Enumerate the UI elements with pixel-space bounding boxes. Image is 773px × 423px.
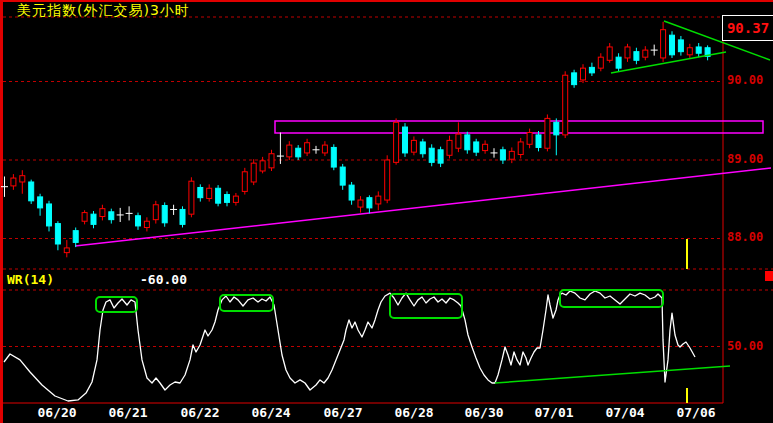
down-candle-body xyxy=(73,231,78,243)
down-candle-body xyxy=(500,150,505,160)
down-candle-body xyxy=(438,150,443,163)
price-axis-label-88: 88.00 xyxy=(727,231,763,243)
last-price-badge: 90.37 xyxy=(722,15,773,41)
down-candle-body xyxy=(554,122,559,135)
down-candle-body xyxy=(198,187,203,197)
date-axis-label: 06/20 xyxy=(37,406,76,419)
up-candle-body xyxy=(207,188,212,198)
wr-trendline[interactable] xyxy=(495,366,730,383)
up-candle-body xyxy=(687,48,692,55)
down-candle-body xyxy=(296,148,301,157)
down-candle-body xyxy=(109,212,114,220)
down-candle-body xyxy=(340,167,345,185)
up-candle-body xyxy=(581,68,586,80)
date-axis-label: 06/22 xyxy=(180,406,219,419)
date-axis-label: 07/06 xyxy=(676,406,715,419)
up-candle-body xyxy=(447,140,452,155)
up-candle-body xyxy=(100,209,105,217)
down-candle-body xyxy=(696,47,701,53)
up-candle-body xyxy=(411,140,416,152)
up-candle-body xyxy=(322,145,327,153)
up-candle-body xyxy=(20,176,25,182)
chart-title: 美元指数(外汇交易)3小时 xyxy=(17,3,190,17)
up-candle-body xyxy=(376,196,381,204)
down-candle-body xyxy=(420,142,425,154)
up-candle-body xyxy=(189,181,194,214)
down-candle-body xyxy=(403,127,408,153)
red-corner-marker xyxy=(765,271,773,281)
down-candle-body xyxy=(589,67,594,72)
up-candle-body xyxy=(385,160,390,200)
up-candle-body xyxy=(643,50,648,57)
up-candle-body xyxy=(358,200,363,207)
up-candle-body xyxy=(509,151,514,159)
date-axis-label: 06/28 xyxy=(394,406,433,419)
up-candle-body xyxy=(305,143,310,153)
down-candle-body xyxy=(536,135,541,148)
down-candle-body xyxy=(670,35,675,55)
wr-peak-highlight-box[interactable] xyxy=(390,294,462,318)
up-candle-body xyxy=(518,142,523,155)
down-candle-body xyxy=(634,52,639,61)
date-axis-label: 06/21 xyxy=(108,406,147,419)
up-candle-body xyxy=(233,196,238,202)
wr-peak-highlight-box[interactable] xyxy=(220,295,273,311)
down-candle-body xyxy=(180,209,185,224)
up-candle-body xyxy=(527,133,532,145)
down-candle-body xyxy=(465,135,470,150)
down-candle-body xyxy=(47,204,52,226)
trading-chart-window: 美元指数(外汇交易)3小时 90.00 89.00 88.00 90.37 WR… xyxy=(0,0,773,423)
date-axis-label: 07/01 xyxy=(534,406,573,419)
up-candle-body xyxy=(545,118,550,148)
up-candle-body xyxy=(11,178,16,186)
down-candle-body xyxy=(162,206,167,223)
down-candle-body xyxy=(474,142,479,152)
date-axis-label: 07/04 xyxy=(605,406,644,419)
up-candle-body xyxy=(483,144,488,150)
down-candle-body xyxy=(678,40,683,52)
up-candle-body xyxy=(625,47,630,58)
up-candle-body xyxy=(394,122,399,162)
up-candle-body xyxy=(456,134,461,148)
date-axis-label: 06/24 xyxy=(251,406,290,419)
up-candle-body xyxy=(242,172,247,192)
up-candle-body xyxy=(598,57,603,68)
up-candle-body xyxy=(144,221,149,227)
price-axis-label-89: 89.00 xyxy=(727,153,763,165)
wr-axis-label: 50.00 xyxy=(727,340,763,352)
up-candle-body xyxy=(64,248,69,253)
down-candle-body xyxy=(216,188,221,203)
indicator-current-value: -60.00 xyxy=(140,273,187,286)
up-candle-body xyxy=(661,30,666,58)
down-candle-body xyxy=(349,185,354,200)
up-candle-body xyxy=(607,47,612,60)
date-axis-label: 06/27 xyxy=(323,406,362,419)
up-candle-body xyxy=(563,75,568,135)
resistance-box[interactable] xyxy=(275,121,763,133)
down-candle-body xyxy=(38,197,43,208)
up-candle-body xyxy=(82,213,87,222)
left-border xyxy=(0,0,3,423)
down-candle-body xyxy=(91,214,96,224)
down-candle-body xyxy=(136,216,141,226)
wr-peak-highlight-box[interactable] xyxy=(560,290,663,307)
up-candle-body xyxy=(251,163,256,182)
down-candle-body xyxy=(55,224,60,244)
up-candle-body xyxy=(287,145,292,157)
down-candle-body xyxy=(331,147,336,167)
down-candle-body xyxy=(572,73,577,85)
down-candle-body xyxy=(29,182,34,201)
down-candle-body xyxy=(616,57,621,68)
price-axis-label-90: 90.00 xyxy=(727,74,763,86)
support-trendline[interactable] xyxy=(75,168,771,246)
indicator-label: WR(14) xyxy=(7,273,54,286)
down-candle-body xyxy=(429,148,434,162)
chart-canvas[interactable] xyxy=(0,0,773,423)
down-candle-body xyxy=(225,195,230,203)
up-candle-body xyxy=(260,161,265,171)
up-candle-body xyxy=(153,205,158,220)
up-candle-body xyxy=(269,154,274,168)
down-candle-body xyxy=(367,198,372,208)
date-axis-label: 06/30 xyxy=(464,406,503,419)
